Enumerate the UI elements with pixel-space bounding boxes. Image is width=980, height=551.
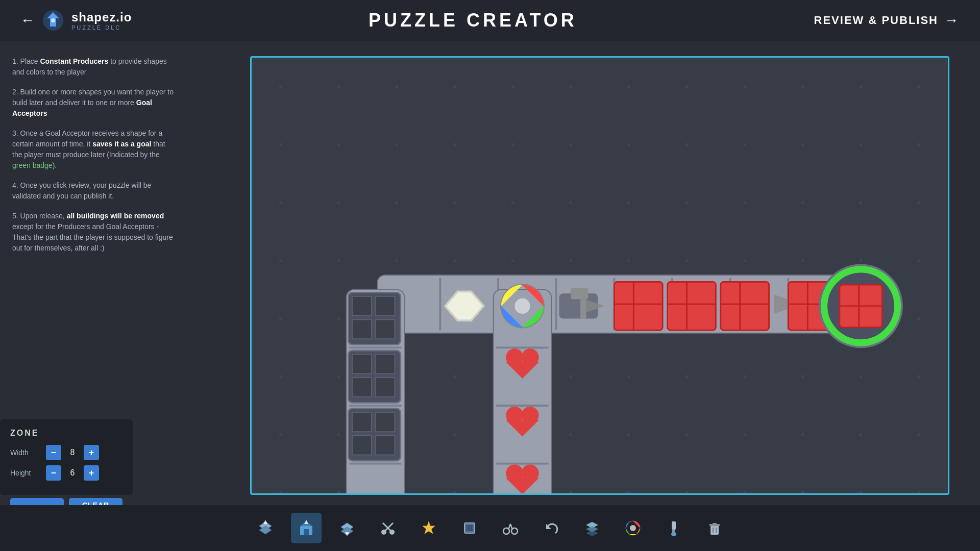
review-publish-label: REVIEW & PUBLISH [814, 14, 938, 27]
instruction-2: 2. Build one or more shapes you want the… [12, 87, 177, 119]
svg-rect-48 [352, 436, 372, 455]
logo-sub: PUZZLE DLC [71, 24, 121, 31]
instruction-3: 3. Once a Goal Acceptor receives a shape… [12, 128, 177, 171]
bottom-toolbar [0, 505, 980, 551]
layers-down-button[interactable] [332, 513, 362, 543]
review-publish-button[interactable]: REVIEW & PUBLISH → [814, 12, 960, 29]
svg-point-2 [51, 18, 55, 22]
paintbrush-button[interactable] [658, 513, 689, 543]
zone-label: ZONE [10, 429, 122, 438]
svg-point-69 [514, 298, 530, 314]
svg-rect-71 [571, 288, 588, 299]
cut-button[interactable] [373, 513, 403, 543]
svg-rect-38 [352, 319, 372, 339]
trash-button[interactable] [699, 513, 730, 543]
svg-rect-36 [352, 296, 372, 316]
svg-rect-120 [713, 523, 717, 524]
page-title: PUZZLE CREATOR [369, 10, 577, 31]
building-placer-button[interactable] [291, 513, 322, 543]
width-value: 8 [66, 448, 79, 457]
svg-rect-104 [467, 525, 473, 531]
svg-rect-46 [352, 412, 372, 432]
height-value: 6 [66, 468, 79, 478]
color-picker-button[interactable] [618, 513, 648, 543]
undo-button[interactable] [536, 513, 567, 543]
svg-rect-39 [375, 319, 395, 339]
svg-rect-118 [710, 525, 719, 535]
scissors-button[interactable] [495, 513, 526, 543]
svg-rect-42 [375, 355, 395, 374]
svg-rect-50 [614, 282, 663, 331]
svg-marker-112 [586, 530, 598, 536]
svg-rect-37 [375, 296, 395, 316]
review-arrow-icon: → [944, 12, 960, 29]
height-minus-button[interactable]: − [46, 465, 61, 481]
instruction-4: 4. Once you click review, your puzzle wi… [12, 180, 177, 202]
svg-rect-92 [304, 529, 309, 535]
width-label: Width [10, 448, 41, 457]
logo-container: shapez.io PUZZLE DLC [71, 10, 132, 31]
svg-point-114 [630, 525, 636, 531]
svg-point-117 [671, 532, 676, 536]
svg-rect-44 [375, 378, 395, 397]
logo-icon [41, 8, 65, 33]
height-label: Height [10, 469, 41, 477]
svg-point-101 [389, 530, 395, 535]
height-plus-button[interactable]: + [84, 465, 99, 481]
svg-marker-97 [345, 533, 349, 536]
svg-marker-102 [423, 521, 435, 534]
svg-rect-49 [375, 436, 395, 455]
svg-marker-89 [263, 520, 267, 523]
back-button[interactable]: ← shapez.io PUZZLE DLC [20, 8, 132, 33]
puzzle-canvas-area[interactable] [250, 56, 949, 495]
svg-rect-53 [668, 282, 716, 331]
width-minus-button[interactable]: − [46, 445, 61, 460]
instruction-1: 1. Place Constant Producers to provide s… [12, 56, 177, 78]
logo-text: shapez.io [71, 10, 132, 24]
svg-line-108 [510, 524, 512, 530]
instruction-5: 5. Upon release, all buildings will be r… [12, 211, 177, 254]
area-select-button[interactable] [454, 513, 485, 543]
svg-rect-43 [352, 378, 372, 397]
svg-rect-115 [672, 521, 676, 530]
back-arrow-icon: ← [20, 12, 35, 29]
blueprint-button[interactable] [413, 513, 444, 543]
layers-button[interactable] [577, 513, 607, 543]
width-row: Width − 8 + [10, 445, 122, 460]
puzzle-svg [252, 58, 948, 495]
width-plus-button[interactable]: + [84, 445, 99, 460]
svg-marker-93 [304, 520, 308, 524]
svg-point-100 [381, 530, 386, 535]
svg-rect-41 [352, 355, 372, 374]
svg-rect-47 [375, 412, 395, 432]
header: ← shapez.io PUZZLE DLC PUZZLE CREATOR RE… [0, 0, 980, 41]
layers-up-button[interactable] [250, 513, 281, 543]
height-row: Height − 6 + [10, 465, 122, 481]
zone-panel: ZONE Width − 8 + Height − 6 + [0, 419, 133, 495]
svg-rect-56 [721, 282, 769, 331]
